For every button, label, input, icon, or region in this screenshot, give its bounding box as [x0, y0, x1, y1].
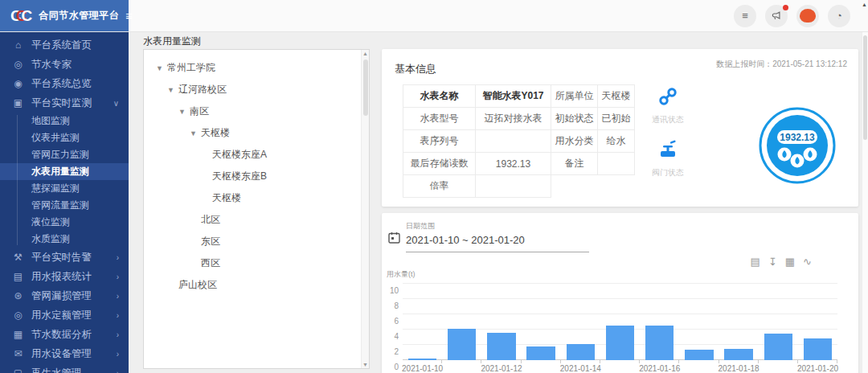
table-row: 最后存储读数1932.13备注 [403, 153, 635, 175]
sidebar-subitem[interactable]: 水表用量监测 [0, 163, 129, 180]
home-icon: ⌂ [12, 39, 24, 51]
chevron-icon: › [117, 292, 119, 301]
save-image-icon[interactable]: ↧ [768, 256, 777, 267]
announcement-icon[interactable] [765, 5, 788, 27]
x-tick-label: 2021-01-10 [402, 364, 443, 373]
line-type-icon[interactable]: ∿ [803, 256, 812, 267]
sidebar-item[interactable]: ◎ 用水定额管理 › [0, 305, 129, 325]
sidebar-item[interactable]: ⌂ 平台系统首页 [0, 35, 129, 55]
tree-node[interactable]: ▼ 天枢楼 [144, 122, 369, 144]
tree-node[interactable]: ▼ 庐山校区 [144, 274, 369, 296]
bar-slot: 2021-01-18 [719, 284, 759, 360]
chevron-icon: › [117, 311, 119, 320]
sidebar-subitem[interactable]: 水质监测 [0, 231, 129, 248]
tree-node[interactable]: ▼ 天枢楼东座B [144, 166, 369, 187]
tree-caret-icon[interactable]: ▼ [156, 64, 167, 72]
basic-info-panel: 基本信息 数据上报时间：2021-05-21 13:12:12 水表名称智能水表… [382, 49, 858, 207]
sidebar-subitem[interactable]: 慧探漏监测 [0, 180, 129, 197]
calendar-icon [388, 232, 400, 252]
table-cell [476, 175, 551, 198]
status-column: 通讯状态阀门状态 [652, 86, 684, 178]
page-title: 水表用量监测 [143, 35, 858, 47]
sidebar-item[interactable]: ▢ 再生水管理 › [0, 363, 129, 373]
meter-info-table: 水表名称智能水表Y017所属单位天枢楼水表型号迈拓对接水表初始状态已初始表序列号… [403, 84, 635, 198]
quota-icon: ◎ [12, 309, 24, 321]
bar-slot: 2021-01-14 [561, 284, 600, 360]
x-tick-label: 2021-01-16 [639, 364, 680, 373]
analysis-icon: ▦ [12, 329, 24, 340]
sidebar-item[interactable]: ▦ 节水数据分析 › [0, 325, 129, 344]
date-range-input[interactable]: 日期范围 2021-01-10 ~ 2021-01-20 [406, 221, 589, 252]
tree-caret-icon[interactable]: ▼ [167, 86, 178, 94]
alarm-icon: ⚒ [12, 252, 24, 263]
partial-icon: ▢ [12, 367, 24, 373]
table-cell: 用水分类 [551, 130, 598, 153]
sidebar-item[interactable]: ◎ 节水专家 [0, 55, 129, 74]
bar [804, 338, 832, 360]
tree-scrollbar[interactable]: ▲ ▼ [361, 50, 369, 368]
page-scrollbar[interactable] [862, 32, 868, 373]
sidebar: ⌂ 平台系统首页 ◎ 节水专家 ◉ 平台系统总览 ▣ 平台实时监测 ∨ 地图监测… [0, 32, 129, 373]
sidebar-subitem[interactable]: 液位监测 [0, 214, 129, 231]
y-tick-label: 2 [394, 348, 399, 356]
app-title: 合同节水管理平台 [39, 9, 119, 23]
bar [724, 349, 752, 360]
meter-reading: 1932.13 [780, 132, 815, 143]
bar [685, 350, 713, 360]
sidebar-subitem[interactable]: 仪表井监测 [0, 129, 129, 146]
bar [567, 344, 595, 360]
sidebar-subitem[interactable]: 管网压力监测 [0, 146, 129, 163]
location-tree: ▼ 常州工学院 ▼ 辽河路校区 ▼ 南区 ▼ 天枢楼 ▼ 天枢楼东座A ▼ 天枢… [144, 50, 369, 296]
table-row: 表序列号用水分类给水 [403, 130, 635, 153]
tree-node[interactable]: ▼ 北区 [144, 209, 369, 231]
table-cell: 水表型号 [403, 108, 476, 130]
monitor-icon: ▣ [12, 97, 24, 109]
date-range-label: 日期范围 [406, 221, 589, 232]
y-tick-label: 0 [394, 363, 399, 371]
sidebar-item[interactable]: ⚒ 平台实时告警 › [0, 248, 129, 267]
tree-node[interactable]: ▼ 常州工学院 [144, 57, 369, 79]
sidebar-item[interactable]: ▣ 平台实时监测 ∨ [0, 93, 129, 113]
sidebar-item[interactable]: ✉ 用水设备管理 › [0, 344, 129, 363]
sidebar-subitem[interactable]: 地图监测 [0, 113, 129, 129]
chevron-icon: › [117, 350, 119, 359]
tree-node[interactable]: ▼ 辽河路校区 [144, 79, 369, 100]
tree-caret-icon[interactable]: ▼ [190, 129, 201, 137]
logo-letter: C [21, 8, 32, 23]
collapse-menu-icon[interactable]: ≡ [734, 5, 756, 27]
link-icon [657, 86, 678, 110]
bar-slot [600, 284, 640, 360]
tree-node[interactable]: ▼ 西区 [144, 252, 369, 274]
chevron-icon: › [117, 253, 119, 262]
sidebar-item[interactable]: ⊛ 管网漏损管理 › [0, 286, 129, 305]
tree-caret-icon[interactable]: ▼ [178, 108, 190, 116]
tree-node[interactable]: ▼ 天枢楼东座A [144, 144, 369, 166]
table-cell: 倍率 [403, 175, 476, 198]
sidebar-item[interactable]: ◉ 平台系统总览 [0, 74, 129, 93]
table-cell: 表序列号 [403, 130, 476, 153]
report-icon: ▤ [12, 271, 24, 282]
topbar: C C C 合同节水管理平台 ≡ ≡◔ [0, 0, 868, 32]
tree-node[interactable]: ▼ 东区 [144, 231, 369, 252]
user-avatar[interactable] [796, 5, 819, 27]
scroll-down-icon[interactable]: ▼ [362, 362, 368, 367]
page-scrollbar-thumb[interactable] [863, 35, 867, 140]
sidebar-subitem[interactable]: 管网流量监测 [0, 197, 129, 214]
bar-slot [679, 284, 719, 360]
scrollbar-thumb[interactable] [363, 59, 368, 116]
sidebar-item[interactable]: ▤ 用水报表统计 › [0, 267, 129, 286]
scrollbar-corner-arrow[interactable]: ▲ [862, 2, 867, 7]
x-tick-label: 2021-01-20 [797, 364, 838, 373]
scroll-up-icon[interactable]: ▲ [362, 51, 368, 56]
hamburger-menu-icon[interactable]: ≡ [125, 9, 133, 23]
tree-node[interactable]: ▼ 天枢楼 [144, 187, 369, 209]
bar-type-icon[interactable]: ▦ [785, 256, 795, 267]
table-row: 水表名称智能水表Y017所属单位天枢楼 [403, 85, 635, 108]
data-view-icon[interactable]: ▤ [751, 256, 760, 267]
bar-chart: 02468102021-01-102021-01-122021-01-14202… [403, 284, 837, 360]
chart-toolbox: ▤↧▦∿ [751, 256, 812, 267]
brand-logo: C C C [10, 8, 32, 23]
pie-chart-icon[interactable]: ◔ [828, 5, 850, 27]
tree-node[interactable]: ▼ 南区 [144, 100, 369, 122]
table-cell: 智能水表Y017 [476, 85, 551, 108]
